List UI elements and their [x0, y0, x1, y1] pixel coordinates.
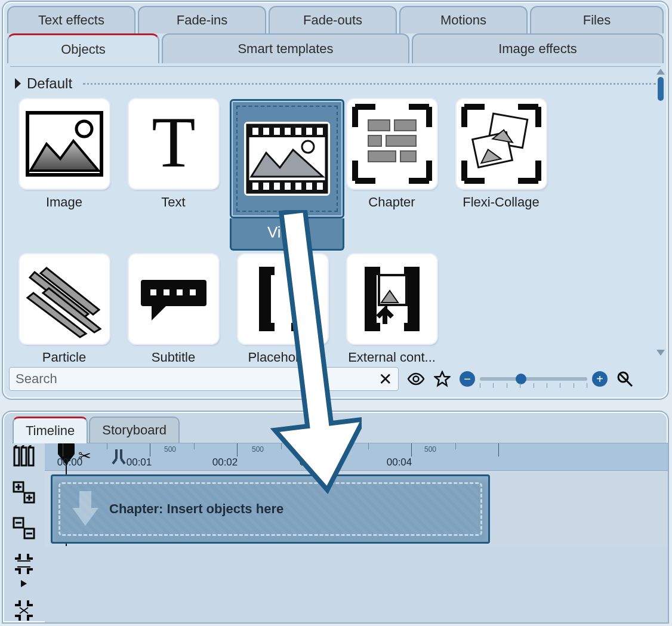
ruler-label: 00:03	[300, 457, 325, 468]
objects-scrollbar[interactable]	[656, 66, 665, 359]
toolbox-panel: Text effects Fade-ins Fade-outs Motions …	[2, 1, 669, 400]
object-item-video[interactable]: Video	[230, 99, 335, 254]
ruler-half: 500	[424, 445, 436, 454]
toolbox-bottom-bar: ✕ − +	[9, 365, 662, 393]
tab-timeline[interactable]: Timeline	[13, 417, 88, 443]
svg-rect-34	[190, 289, 196, 295]
zoom-track[interactable]	[480, 377, 587, 381]
image-icon	[20, 99, 109, 189]
add-tracks-icon[interactable]	[11, 480, 36, 505]
zoom-in-button[interactable]: +	[592, 371, 608, 387]
ruler-label: 00:04	[387, 457, 412, 468]
ruler-label: 00:02	[212, 457, 238, 468]
chapter-drop-zone[interactable]: Chapter: Insert objects here	[51, 474, 490, 544]
search-input[interactable]	[16, 371, 378, 387]
svg-rect-25	[386, 135, 416, 146]
object-label: Image	[11, 195, 117, 210]
placeholder-icon	[238, 254, 328, 344]
ruler-label: 00:01	[127, 457, 152, 468]
timeline-body: ✂ 00:00 500 00:01 00:02 500 00:03 500 00…	[45, 443, 668, 622]
svg-point-1	[76, 121, 92, 137]
objects-content: Default Image	[10, 66, 661, 359]
object-item-external-content[interactable]: External cont...	[339, 254, 445, 369]
svg-rect-42	[29, 448, 33, 465]
star-icon[interactable]	[433, 370, 451, 388]
object-item-particle[interactable]: Particle	[11, 254, 117, 369]
objects-grid: Image T Text	[11, 99, 659, 369]
section-divider	[83, 83, 656, 85]
arrange-tracks-icon[interactable]	[11, 444, 36, 469]
chapter-icon	[347, 99, 437, 189]
tabs-row-primary: Objects Smart templates Image effects	[7, 33, 664, 63]
object-label: Subtitle	[121, 350, 226, 365]
video-icon	[230, 99, 344, 218]
tab-image-effects[interactable]: Image effects	[412, 33, 664, 63]
tabs-row-secondary: Text effects Fade-ins Fade-outs Motions …	[7, 6, 664, 33]
svg-rect-23	[394, 120, 416, 131]
svg-rect-26	[368, 151, 396, 162]
subtitle-icon	[129, 254, 218, 344]
tab-smart-templates[interactable]: Smart templates	[162, 33, 409, 63]
tab-files[interactable]: Files	[530, 6, 664, 33]
ruler-half: 500	[164, 445, 176, 454]
object-item-chapter[interactable]: Chapter	[339, 99, 445, 254]
object-label: Placeholder	[230, 350, 335, 365]
svg-rect-31	[150, 289, 156, 295]
scroll-up-icon	[656, 69, 665, 75]
flexi-collage-icon	[457, 99, 546, 189]
object-item-image[interactable]: Image	[11, 99, 117, 254]
external-content-icon	[347, 254, 437, 344]
tab-fade-ins[interactable]: Fade-ins	[138, 6, 266, 33]
svg-rect-33	[177, 289, 183, 295]
object-item-subtitle[interactable]: Subtitle	[121, 254, 226, 369]
object-label: Particle	[11, 350, 117, 365]
section-title: Default	[27, 75, 72, 92]
scroll-thumb[interactable]	[658, 77, 664, 101]
tab-storyboard[interactable]: Storyboard	[89, 417, 180, 443]
svg-rect-22	[368, 120, 390, 131]
particle-icon	[20, 254, 109, 344]
svg-line-38	[627, 381, 632, 386]
tab-objects[interactable]: Objects	[7, 33, 159, 63]
zoom-reset-icon[interactable]	[616, 370, 634, 388]
timeline-tabs: Timeline Storyboard	[13, 417, 668, 443]
svg-line-39	[619, 374, 627, 381]
split-marker-icon[interactable]	[110, 448, 127, 465]
svg-rect-24	[368, 135, 381, 146]
tracks-area[interactable]	[45, 546, 668, 622]
remove-tracks-icon[interactable]	[11, 516, 36, 541]
svg-rect-41	[21, 448, 26, 465]
object-item-flexi-collage[interactable]: Flexi-Collage	[448, 99, 554, 254]
svg-point-36	[414, 377, 419, 382]
ruler-half: 500	[252, 445, 264, 454]
object-label: Flexi-Collage	[448, 195, 554, 210]
crop-frame-icon[interactable]	[11, 551, 36, 576]
tab-motions[interactable]: Motions	[399, 6, 528, 33]
svg-rect-27	[400, 151, 416, 162]
object-label: Video	[230, 218, 344, 251]
ruler-half: 500	[337, 445, 349, 454]
zoom-slider: − +	[460, 371, 608, 387]
timeline-ruler[interactable]: ✂ 00:00 500 00:01 00:02 500 00:03 500 00…	[45, 443, 668, 471]
tab-fade-outs[interactable]: Fade-outs	[269, 6, 397, 33]
drop-arrow-icon	[72, 491, 98, 527]
eye-icon[interactable]	[407, 370, 425, 388]
object-label: External cont...	[339, 350, 445, 365]
section-header-default[interactable]: Default	[15, 75, 656, 92]
svg-rect-40	[14, 448, 19, 465]
object-item-text[interactable]: T Text	[121, 99, 226, 254]
crop-frame2-icon[interactable]	[11, 598, 36, 623]
timeline-side-tools	[7, 444, 41, 623]
ruler-label: 00:00	[57, 457, 83, 468]
svg-text:T: T	[152, 108, 195, 180]
svg-rect-32	[164, 289, 169, 295]
play-icon[interactable]	[21, 580, 27, 587]
scroll-down-icon	[656, 350, 665, 356]
timeline-panel: Timeline Storyboard	[2, 411, 669, 624]
object-item-placeholder[interactable]: Placeholder	[230, 254, 335, 369]
object-label: Text	[121, 195, 226, 210]
tab-text-effects[interactable]: Text effects	[7, 6, 135, 33]
clear-search-icon[interactable]: ✕	[378, 369, 392, 389]
zoom-out-button[interactable]: −	[460, 371, 475, 387]
text-icon: T	[129, 99, 218, 189]
